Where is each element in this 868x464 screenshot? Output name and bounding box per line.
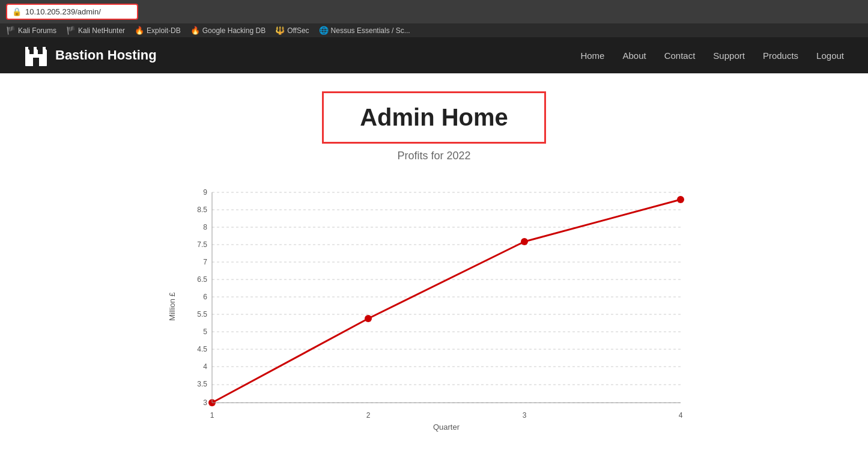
svg-text:3: 3 — [203, 398, 207, 407]
svg-text:7: 7 — [203, 258, 207, 266]
bookmark-nessus[interactable]: 🌐 Nessus Essentials / Sc... — [319, 26, 410, 35]
address-bar[interactable]: 🔒 10.10.205.239/admin/ — [6, 4, 138, 20]
nav-about[interactable]: About — [622, 50, 646, 61]
data-point-q2 — [365, 315, 372, 322]
svg-rect-8 — [43, 47, 46, 50]
site-nav: Bastion Hosting Home About Contact Suppo… — [0, 37, 868, 73]
svg-rect-1 — [25, 49, 29, 55]
admin-home-box: Admin Home — [322, 91, 546, 144]
lock-icon: 🔒 — [12, 7, 22, 16]
profits-chart: 9 8.5 8 7.5 7 6.5 6 5.5 5 4.5 4 3.5 3 1 … — [176, 174, 693, 439]
nav-support[interactable]: Support — [713, 50, 745, 61]
data-point-q4 — [677, 196, 684, 203]
bookmark-google-hacking-db[interactable]: 🔥 Google Hacking DB — [190, 26, 266, 35]
svg-rect-5 — [29, 47, 30, 50]
bookmark-exploit-db[interactable]: 🔥 Exploit-DB — [135, 26, 181, 35]
offsec-icon: 🔱 — [275, 26, 285, 35]
kali-forums-icon: 🏴 — [6, 26, 16, 35]
kali-nethunter-icon: 🏴 — [66, 26, 76, 35]
nav-logout[interactable]: Logout — [816, 50, 844, 61]
svg-text:1: 1 — [210, 411, 214, 420]
svg-text:4: 4 — [678, 411, 682, 420]
svg-text:4.5: 4.5 — [197, 345, 207, 353]
svg-text:8: 8 — [203, 223, 207, 231]
main-content: Admin Home Profits for 2022 Million £ — [0, 73, 868, 451]
nav-home[interactable]: Home — [580, 50, 604, 61]
profits-subtitle: Profits for 2022 — [397, 150, 470, 162]
data-point-q3 — [521, 238, 528, 245]
google-hacking-icon: 🔥 — [190, 26, 200, 35]
y-axis-label: Million £ — [168, 292, 177, 321]
svg-rect-9 — [46, 47, 47, 50]
castle-logo-icon — [24, 43, 48, 67]
page-title: Admin Home — [360, 104, 508, 131]
browser-chrome: 🔒 10.10.205.239/admin/ 🏴 Kali Forums 🏴 K… — [0, 0, 868, 37]
logo-text: Bastion Hosting — [55, 47, 157, 63]
svg-rect-6 — [34, 47, 37, 50]
svg-text:5: 5 — [203, 328, 207, 336]
site-logo: Bastion Hosting — [24, 43, 157, 67]
svg-text:6: 6 — [203, 293, 207, 301]
svg-rect-2 — [34, 49, 38, 55]
svg-rect-3 — [43, 49, 47, 55]
exploit-db-icon: 🔥 — [135, 26, 144, 35]
svg-text:4: 4 — [203, 362, 207, 371]
address-bar-row: 🔒 10.10.205.239/admin/ — [0, 0, 868, 23]
bookmark-offsec[interactable]: 🔱 OffSec — [275, 26, 309, 35]
svg-rect-7 — [37, 47, 38, 50]
nav-contact[interactable]: Contact — [664, 50, 696, 61]
url-text: 10.10.205.239/admin/ — [25, 7, 101, 16]
svg-text:3: 3 — [522, 411, 526, 420]
svg-rect-10 — [33, 58, 39, 66]
nav-products[interactable]: Products — [763, 50, 798, 61]
svg-text:5.5: 5.5 — [197, 310, 207, 319]
svg-text:2: 2 — [366, 411, 370, 420]
bookmark-kali-nethunter[interactable]: 🏴 Kali NetHunter — [66, 26, 125, 35]
chart-container: Million £ 9 8.5 8 — [176, 174, 693, 439]
svg-text:9: 9 — [203, 188, 207, 197]
svg-text:8.5: 8.5 — [197, 206, 207, 214]
svg-rect-4 — [25, 47, 28, 50]
bookmarks-bar: 🏴 Kali Forums 🏴 Kali NetHunter 🔥 Exploit… — [0, 23, 868, 37]
svg-text:Quarter: Quarter — [432, 423, 460, 432]
svg-text:6.5: 6.5 — [197, 275, 207, 284]
bookmark-kali-forums[interactable]: 🏴 Kali Forums — [6, 26, 56, 35]
nessus-icon: 🌐 — [319, 26, 329, 35]
svg-text:3.5: 3.5 — [197, 380, 207, 388]
svg-text:7.5: 7.5 — [197, 240, 207, 249]
nav-links: Home About Contact Support Products Logo… — [580, 50, 844, 61]
